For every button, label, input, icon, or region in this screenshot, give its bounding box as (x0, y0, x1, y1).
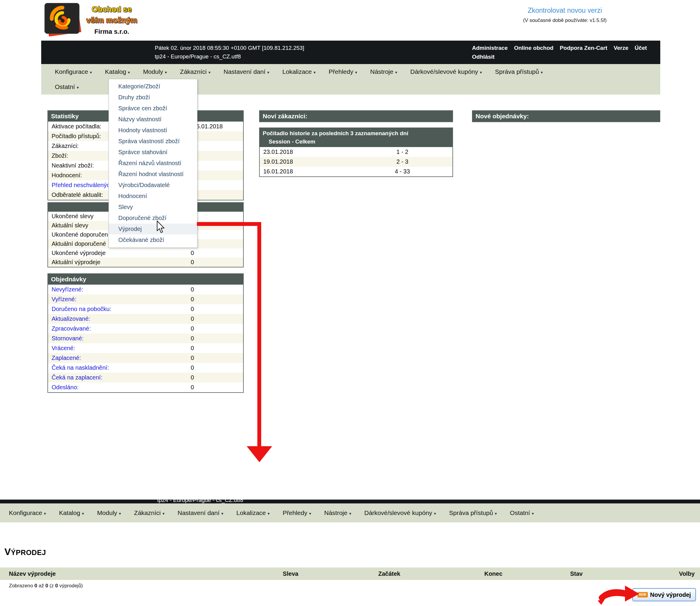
order-status-link[interactable]: Čeká na naskladnění: (48, 364, 109, 371)
menu-item-moduly[interactable]: Moduly (97, 509, 121, 516)
history-date: 16.01.2018 (260, 168, 293, 175)
order-status-link[interactable]: Nevyřízené: (48, 286, 83, 293)
dropdown-item-vyrobci-dodavatele[interactable]: Výrobci/Dodavatelé (109, 180, 197, 191)
status-text: výprodejů) (58, 583, 83, 588)
dropdown-item-doporucene-zbozi[interactable]: Doporučené zboží (109, 213, 197, 224)
dropdown-item-slevy[interactable]: Slevy (109, 202, 197, 213)
status-count: 0 (55, 583, 58, 588)
new-customers-panel: Noví zákazníci: (259, 110, 453, 122)
order-status-row: Zaplacené: 0 (48, 353, 243, 363)
admin-links: Administrace Online obchod Podpora Zen-C… (472, 44, 652, 61)
unapproved-reviews-link[interactable]: Přehled neschválených (48, 182, 113, 189)
history-row: 19.01.2018 2 - 3 (260, 157, 452, 167)
dropdown-item-nazvy-vlastnosti[interactable]: Názvy vlastností (109, 114, 197, 125)
version-block: Zkontrolovat novou verzi (V současné dob… (501, 6, 629, 23)
menu-item-nastroje[interactable]: Nástroje (324, 509, 351, 516)
menu-item-katalog[interactable]: Katalog (59, 509, 84, 516)
row-label: Odběratelé aktualit: (48, 191, 103, 199)
main-menu-bottom: Konfigurace Katalog Moduly Zákazníci Nas… (0, 504, 700, 522)
logout-link[interactable]: Odhlásit (472, 54, 494, 60)
menu-item-nastaveni-dani[interactable]: Nastavení daní (224, 68, 269, 75)
order-status-link[interactable]: Stornované: (48, 335, 84, 342)
menu-item-sprava-pristupu[interactable]: Správa přístupů (495, 68, 543, 75)
menu-item-konfigurace[interactable]: Konfigurace (9, 509, 46, 516)
menu-item-zakaznici[interactable]: Zákazníci (180, 68, 210, 75)
order-status-link[interactable]: Zpracovávané: (48, 325, 91, 332)
history-value: 1 - 2 (389, 148, 416, 155)
menu-item-sprava-pristupu[interactable]: Správa přístupů (449, 509, 497, 516)
administrace-link[interactable]: Administrace (472, 45, 508, 51)
podpora-zencart-link[interactable]: Podpora Zen-Cart (560, 45, 607, 51)
order-status-link[interactable]: Aktualizované: (48, 316, 90, 322)
current-version-text: (V současné době používáte: v1.5.5f) (501, 18, 629, 23)
row-value: 0 (185, 250, 201, 256)
row-value: 0 (185, 306, 201, 312)
ucet-link[interactable]: Účet (635, 45, 647, 51)
column-konec: Konec (484, 567, 502, 580)
clipped-info-bar: tp24 - Europe/Prague - cs_CZ.utf8 (0, 499, 700, 504)
row-label: Aktuální výprodeje (48, 259, 100, 266)
row-value: 0 (185, 259, 201, 266)
store-slogan: Obchod se vším možným Firma s.r.o. (75, 5, 149, 36)
row-label: Aktivace počítadla: (48, 123, 101, 130)
column-volby: Volby (679, 567, 695, 580)
menu-item-ostatni[interactable]: Ostatní (510, 509, 534, 516)
datetime-text: Pátek 02. únor 2018 08:55:30 +0100 GMT [… (155, 44, 304, 52)
slogan-line1: Obchod se (75, 5, 149, 14)
info-bar: Pátek 02. únor 2018 08:55:30 +0100 GMT [… (41, 41, 660, 64)
order-status-link[interactable]: Doručeno na pobočku: (48, 306, 111, 312)
column-nazev-vyprodeje: Název výprodeje (9, 567, 56, 580)
dropdown-item-spravce-stahovani[interactable]: Správce stahování (109, 147, 197, 158)
menu-item-zakaznici[interactable]: Zákazníci (134, 509, 165, 516)
dropdown-item-vyprodej[interactable]: Výprodej (109, 224, 197, 234)
dropdown-item-hodnoty-vlastnosti[interactable]: Hodnoty vlastností (109, 125, 197, 136)
order-status-row: Zpracovávané: 0 (48, 324, 243, 333)
menu-item-prehledy[interactable]: Přehledy (329, 68, 357, 75)
dropdown-item-razeni-nazvu[interactable]: Řazení názvů vlastností (109, 158, 197, 169)
row-label: Ukončené výprodeje (48, 250, 106, 256)
logo-swirl-icon (45, 3, 79, 34)
menu-item-lokalizace[interactable]: Lokalizace (282, 68, 316, 75)
promo-row: Aktuální výprodeje 0 (48, 258, 243, 267)
promo-row: Ukončené výprodeje 0 (48, 249, 243, 258)
menu-item-prehledy[interactable]: Přehledy (283, 509, 311, 516)
row-value: 5.01.2018 (196, 123, 223, 130)
menu-item-nastroje[interactable]: Nástroje (370, 68, 397, 75)
menu-item-ostatni[interactable]: Ostatní (55, 83, 79, 90)
dropdown-item-ocekavane-zbozi[interactable]: Očekávané zboží (109, 234, 197, 246)
dropdown-item-sprava-vlastnosti[interactable]: Správa vlastností zboží (109, 136, 197, 147)
history-date: 19.01.2018 (260, 158, 293, 165)
dropdown-item-hodnoceni[interactable]: Hodnocení (109, 191, 197, 202)
row-label: Ukončené slevy (48, 213, 93, 220)
dropdown-item-razeni-hodnot[interactable]: Řazení hodnot vlastností (109, 169, 197, 180)
row-label: Hodnocení: (48, 172, 82, 179)
row-label: Zboží: (48, 153, 68, 159)
row-value: 0 (185, 364, 201, 371)
dropdown-item-kategorie-zbozi[interactable]: Kategorie/Zboží (109, 81, 197, 92)
dropdown-item-druhy-zbozi[interactable]: Druhy zboží (109, 92, 197, 103)
order-status-link[interactable]: Čeká na zaplacení: (48, 374, 102, 381)
order-status-link[interactable]: Vrácené: (48, 345, 75, 352)
order-status-link[interactable]: Odesláno: (48, 384, 78, 391)
menu-item-moduly[interactable]: Moduly (143, 68, 167, 75)
dropdown-item-spravce-cen[interactable]: Správce cen zboží (109, 103, 197, 114)
row-label: Zákazníci: (48, 143, 78, 149)
status-text: Zobrazeno (9, 583, 34, 588)
order-status-link[interactable]: Zaplacené: (48, 355, 81, 362)
check-new-version-link[interactable]: Zkontrolovat novou verzi (528, 6, 602, 14)
online-obchod-link[interactable]: Online obchod (514, 45, 554, 51)
menu-item-darkove-kupony[interactable]: Dárkové/slevové kupóny (410, 68, 482, 75)
menu-item-lokalizace[interactable]: Lokalizace (236, 509, 270, 516)
new-sale-button[interactable]: NEW Nový výprodej (632, 588, 696, 601)
history-row: 16.01.2018 4 - 33 (260, 167, 452, 177)
menu-item-darkove-kupony[interactable]: Dárkové/slevové kupóny (365, 509, 436, 516)
menu-item-katalog[interactable]: Katalog (105, 68, 130, 75)
clipped-locale-text: tp24 - Europe/Prague - cs_CZ.utf8 (157, 499, 243, 504)
row-value: 0 (185, 296, 201, 303)
order-status-link[interactable]: Vyřízené: (48, 296, 76, 303)
katalog-dropdown-menu: Kategorie/Zboží Druhy zboží Správce cen … (109, 79, 197, 248)
new-sale-button-label: Nový výprodej (650, 591, 691, 598)
menu-item-nastaveni-dani[interactable]: Nastavení daní (178, 509, 223, 516)
menu-item-konfigurace[interactable]: Konfigurace (55, 68, 92, 75)
verze-link[interactable]: Verze (614, 45, 629, 51)
